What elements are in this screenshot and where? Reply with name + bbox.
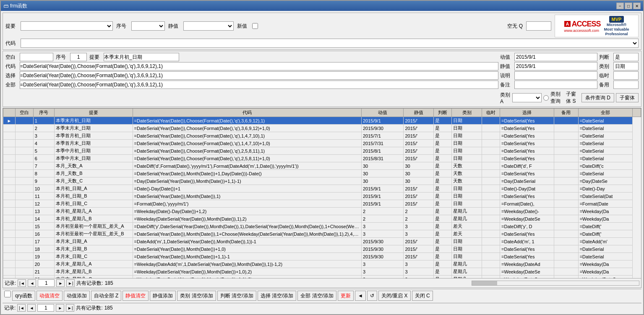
table-cell: 2015/' [404,132,434,140]
table-row[interactable]: 7本月_天数_A=DateDiff('d',Format(Date(),'yyy… [3,162,641,170]
code-dropdown[interactable] [21,39,639,48]
blank-input[interactable] [526,21,551,31]
table-row[interactable]: 17本月末_日期_A=DateAdd('m',1,DateSerial(Year… [3,238,641,245]
temp-input[interactable] [613,71,639,80]
select-input-detail[interactable] [20,71,498,80]
table-cell: =Weekday(Da [578,268,632,276]
dynamic-input[interactable] [514,53,597,61]
table-cell [554,215,578,223]
table-cell: =DateSerial(Year(Date()),Month(Date())+1… [133,170,361,177]
cond-query-button[interactable]: 条件查询 D [581,93,614,102]
h-scroll-thumb[interactable] [472,281,497,285]
table-cell: 是 [434,193,452,200]
table-row[interactable]: 15本月初至最初一个星期五_差天_A=DateDiff('y',DateSeri… [3,223,641,230]
spare-input[interactable] [613,81,639,89]
table-last-button[interactable]: ►| [66,279,75,287]
code-input-detail[interactable] [20,62,498,70]
minimize-button[interactable]: − [616,3,624,9]
sub-window-button[interactable]: 子窗体 [616,93,639,102]
bottom-next-button[interactable]: ► [56,304,64,312]
blank-input-detail[interactable] [20,53,53,61]
table-row[interactable]: 3本季首月初_日期=DateSerial(Year(Date()),Choose… [3,132,641,140]
close-restart-button[interactable]: 关闭/重启 X [378,291,411,301]
table-cell: 3 [361,260,403,268]
refresh-icon-button[interactable]: ↺ [367,291,377,301]
summary-input-detail[interactable] [104,53,179,61]
table-row[interactable]: 4本季首月末_日期=DateSerial(Year(Date()),Choose… [3,140,641,147]
table-row[interactable]: 9本月_天数_C=Day(DateSerial(Year(Date()),Mon… [3,177,641,185]
prev-icon-button[interactable]: ◄ [355,291,366,301]
seq-input-detail[interactable] [70,53,87,61]
bottom-first-button[interactable]: |◄ [17,304,26,312]
table-prev-button[interactable]: ◄ [28,279,36,287]
table-cell: 本月初_星期几_B [54,215,133,223]
table-cell: =DateSerial [578,147,632,155]
table-page-input[interactable] [38,279,55,287]
close-button[interactable]: ✕ [633,3,641,9]
table-row[interactable]: 6本季中月末_日期=DateSerial(Year(Date()),Choose… [3,155,641,162]
bottom-last-button[interactable]: ►| [66,304,74,312]
table-cell: =DateDiff('d',Format(Date(),'yyyy/m/1'),… [133,162,361,170]
table-cell: 本季首月末_日期 [54,140,133,147]
note-input[interactable] [514,81,597,89]
maximize-button[interactable]: □ [625,3,632,9]
header-row: 空白 序号 提要 代码 动值 静值 判断 类别 临时 选择 备用 全部 [3,109,641,117]
table-row[interactable]: 11本月初_日期_B=DateSerial(Year(Date()),Month… [3,193,641,200]
select-clear-add-button[interactable]: 选择 清空/添加 [258,291,297,301]
bottom-prev-button[interactable]: ◄ [27,304,36,312]
table-row[interactable]: 5本季中月初_日期=DateSerial(Year(Date()),Choose… [3,147,641,155]
table-row[interactable]: 19本月末_日期_C=DateSerial(Year(Date()),Month… [3,253,641,260]
dynamic-clear-button[interactable]: 动值清空 [37,291,63,301]
table-first-button[interactable]: |◄ [18,279,26,287]
row-indicator [3,238,16,245]
table-row[interactable]: 12本月初_日期_C=Format(Date(),'yyyy/m/1')2015… [3,200,641,208]
table-next-button[interactable]: ► [56,279,65,287]
table-row[interactable]: 20本月末_星期几_A=Weekday(DateAdd('m',1,DateSe… [3,260,641,268]
desc-input[interactable] [514,71,597,80]
all-input-detail[interactable] [20,81,498,89]
type-input-right[interactable] [613,62,639,70]
table-cell: 本月末_星期几_A [54,260,133,268]
action-checkbox[interactable] [4,291,11,297]
close-button-action[interactable]: 关闭 C [412,291,433,301]
spare-label: 备用 [599,81,612,89]
auto-all-button[interactable]: 自动全部 Z [91,291,122,301]
dynamic-add-button[interactable]: 动值添加 [64,291,90,301]
table-row[interactable]: 16本月初至最初一个星期五_差天_B=DateSerial(Year(Date(… [3,230,641,238]
summary-dropdown[interactable] [21,21,113,31]
bottom-page-input[interactable] [37,304,54,312]
type-a-select[interactable] [512,93,542,102]
table-row[interactable]: 10本月初_日期_A=Date()-Day(Date())+12015/9/12… [3,185,641,193]
seq-dropdown[interactable] [131,21,165,31]
table-row[interactable]: 2本季末月末_日期=DateSerial(Year(Date()),Choose… [3,125,641,132]
table-cell: 2015/' [404,155,434,162]
judge-input[interactable] [613,53,639,61]
table-row[interactable]: 8本月_天数_B=DateSerial(Year(Date()),Month(D… [3,170,641,177]
row-indicator [3,185,16,193]
qry-button[interactable]: qry函数 [12,291,35,301]
new-value-checkbox[interactable] [252,23,258,29]
table-cell: 2015/' [404,140,434,147]
table-cell: 3 [361,223,403,230]
static-input-right[interactable] [514,62,597,70]
type-clear-add-button[interactable]: 类别 清空/添加 [177,291,216,301]
table-row[interactable]: 14本月初_星期几_B=Weekday(DateSerial(Year(Date… [3,215,641,223]
table-wrapper[interactable]: 空白 序号 提要 代码 动值 静值 判断 类别 临时 选择 备用 全部 [3,108,641,278]
table-row[interactable]: 18本月末_日期_B=DateSerial(Year(Date()),Month… [3,245,641,253]
update-button[interactable]: 更新 [338,291,354,301]
all-clear-add-button[interactable]: 全部 清空/添加 [297,291,336,301]
table-nav-record-label: 记录: [5,280,16,287]
table-row[interactable]: 21本月末_星期几_B=Weekday(DateSerial(Year(Date… [3,268,641,276]
static-add-button[interactable]: 静值添加 [150,291,176,301]
h-scrollbar[interactable] [472,281,639,286]
table-cell: 2015/' [404,245,434,253]
static-clear-button[interactable]: 静值清空 [123,291,149,301]
table-cell: 20 [33,260,54,268]
type-query-radio[interactable] [543,95,549,101]
table-cell: 本月末_星期几_B [54,268,133,276]
judge-clear-add-button[interactable]: 判断 清空/添加 [217,291,256,301]
table-cell: 11 [33,193,54,200]
table-row[interactable]: ►1本季末月初_日期=DateSerial(Year(Date()),Choos… [3,117,641,125]
table-row[interactable]: 13本月初_星期几_A=Weekday(Date()-Day(Date())+1… [3,208,641,215]
static-dropdown[interactable] [183,21,234,31]
